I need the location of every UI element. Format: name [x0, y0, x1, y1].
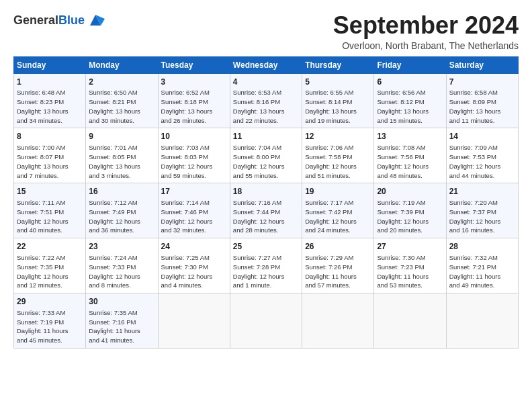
table-row: 15Sunrise: 7:11 AM Sunset: 7:51 PM Dayli…	[14, 183, 86, 238]
table-row: 21Sunrise: 7:20 AM Sunset: 7:37 PM Dayli…	[446, 183, 518, 238]
day-info: Sunrise: 7:25 AM Sunset: 7:30 PM Dayligh…	[161, 253, 227, 290]
table-row: 14Sunrise: 7:09 AM Sunset: 7:53 PM Dayli…	[446, 128, 518, 183]
day-number: 10	[161, 131, 227, 142]
day-number: 16	[89, 186, 154, 197]
table-row: 9Sunrise: 7:01 AM Sunset: 8:05 PM Daylig…	[86, 128, 158, 183]
day-number: 3	[161, 77, 227, 88]
day-number: 26	[305, 241, 371, 253]
day-number: 27	[377, 241, 443, 253]
day-number: 19	[305, 186, 371, 197]
day-info: Sunrise: 7:03 AM Sunset: 8:03 PM Dayligh…	[161, 143, 227, 180]
calendar-week-2: 8Sunrise: 7:00 AM Sunset: 8:07 PM Daylig…	[14, 128, 519, 183]
col-monday: Monday	[86, 56, 158, 73]
day-number: 30	[89, 296, 154, 308]
table-row: 5Sunrise: 6:55 AM Sunset: 8:14 PM Daylig…	[302, 73, 374, 128]
day-info: Sunrise: 7:12 AM Sunset: 7:49 PM Dayligh…	[89, 198, 154, 235]
month-title: September 2024	[333, 12, 519, 39]
day-number: 9	[89, 131, 154, 142]
logo-text: GeneralBlue	[13, 14, 85, 28]
day-number: 14	[449, 131, 515, 142]
title-block: September 2024 Overloon, North Brabant, …	[333, 12, 519, 51]
table-row: 28Sunrise: 7:32 AM Sunset: 7:21 PM Dayli…	[446, 238, 518, 293]
table-row: 17Sunrise: 7:14 AM Sunset: 7:46 PM Dayli…	[158, 183, 230, 238]
calendar-week-5: 29Sunrise: 7:33 AM Sunset: 7:19 PM Dayli…	[14, 293, 519, 349]
table-row: 2Sunrise: 6:50 AM Sunset: 8:21 PM Daylig…	[86, 73, 158, 128]
day-number: 25	[233, 241, 299, 253]
day-number: 28	[449, 241, 515, 253]
day-info: Sunrise: 7:16 AM Sunset: 7:44 PM Dayligh…	[233, 198, 299, 235]
calendar-table: Sunday Monday Tuesday Wednesday Thursday…	[13, 56, 519, 349]
table-row: 13Sunrise: 7:08 AM Sunset: 7:56 PM Dayli…	[374, 128, 446, 183]
table-row: 6Sunrise: 6:56 AM Sunset: 8:12 PM Daylig…	[374, 73, 446, 128]
table-row: 29Sunrise: 7:33 AM Sunset: 7:19 PM Dayli…	[14, 293, 86, 349]
calendar-header-row: Sunday Monday Tuesday Wednesday Thursday…	[14, 56, 519, 73]
day-number: 7	[449, 77, 515, 88]
day-info: Sunrise: 6:48 AM Sunset: 8:23 PM Dayligh…	[17, 88, 83, 125]
day-number: 21	[449, 186, 515, 197]
day-number: 11	[233, 131, 299, 142]
col-thursday: Thursday	[302, 56, 374, 73]
day-info: Sunrise: 6:56 AM Sunset: 8:12 PM Dayligh…	[377, 88, 443, 125]
table-row: 8Sunrise: 7:00 AM Sunset: 8:07 PM Daylig…	[14, 128, 86, 183]
day-info: Sunrise: 7:08 AM Sunset: 7:56 PM Dayligh…	[377, 143, 443, 180]
day-info: Sunrise: 7:11 AM Sunset: 7:51 PM Dayligh…	[17, 198, 83, 235]
day-info: Sunrise: 6:52 AM Sunset: 8:18 PM Dayligh…	[161, 88, 227, 125]
day-info: Sunrise: 7:24 AM Sunset: 7:33 PM Dayligh…	[89, 253, 154, 290]
day-number: 17	[161, 186, 227, 197]
day-number: 23	[89, 241, 154, 253]
day-info: Sunrise: 6:53 AM Sunset: 8:16 PM Dayligh…	[233, 88, 299, 125]
day-info: Sunrise: 7:01 AM Sunset: 8:05 PM Dayligh…	[89, 143, 154, 180]
table-row: 7Sunrise: 6:58 AM Sunset: 8:09 PM Daylig…	[446, 73, 518, 128]
day-info: Sunrise: 6:50 AM Sunset: 8:21 PM Dayligh…	[89, 88, 154, 125]
table-row	[446, 293, 518, 349]
day-info: Sunrise: 7:14 AM Sunset: 7:46 PM Dayligh…	[161, 198, 227, 235]
table-row	[158, 293, 230, 349]
col-tuesday: Tuesday	[158, 56, 230, 73]
day-number: 13	[377, 131, 443, 142]
day-info: Sunrise: 7:35 AM Sunset: 7:16 PM Dayligh…	[89, 308, 154, 345]
table-row: 3Sunrise: 6:52 AM Sunset: 8:18 PM Daylig…	[158, 73, 230, 128]
day-number: 2	[89, 77, 154, 88]
day-info: Sunrise: 7:30 AM Sunset: 7:23 PM Dayligh…	[377, 253, 443, 290]
calendar-week-3: 15Sunrise: 7:11 AM Sunset: 7:51 PM Dayli…	[14, 183, 519, 238]
day-info: Sunrise: 6:58 AM Sunset: 8:09 PM Dayligh…	[449, 88, 515, 125]
table-row: 30Sunrise: 7:35 AM Sunset: 7:16 PM Dayli…	[86, 293, 158, 349]
table-row: 19Sunrise: 7:17 AM Sunset: 7:42 PM Dayli…	[302, 183, 374, 238]
day-info: Sunrise: 7:29 AM Sunset: 7:26 PM Dayligh…	[305, 253, 371, 290]
day-info: Sunrise: 7:22 AM Sunset: 7:35 PM Dayligh…	[17, 253, 83, 290]
day-number: 22	[17, 241, 83, 253]
day-number: 8	[17, 131, 83, 142]
day-info: Sunrise: 7:06 AM Sunset: 7:58 PM Dayligh…	[305, 143, 371, 180]
day-number: 1	[17, 77, 83, 88]
table-row: 12Sunrise: 7:06 AM Sunset: 7:58 PM Dayli…	[302, 128, 374, 183]
table-row: 4Sunrise: 6:53 AM Sunset: 8:16 PM Daylig…	[230, 73, 302, 128]
day-info: Sunrise: 7:09 AM Sunset: 7:53 PM Dayligh…	[449, 143, 515, 180]
day-info: Sunrise: 7:32 AM Sunset: 7:21 PM Dayligh…	[449, 253, 515, 290]
table-row	[302, 293, 374, 349]
table-row: 16Sunrise: 7:12 AM Sunset: 7:49 PM Dayli…	[86, 183, 158, 238]
table-row	[230, 293, 302, 349]
day-number: 6	[377, 77, 443, 88]
calendar-week-1: 1Sunrise: 6:48 AM Sunset: 8:23 PM Daylig…	[14, 73, 519, 128]
table-row: 27Sunrise: 7:30 AM Sunset: 7:23 PM Dayli…	[374, 238, 446, 293]
table-row: 22Sunrise: 7:22 AM Sunset: 7:35 PM Dayli…	[14, 238, 86, 293]
table-row: 18Sunrise: 7:16 AM Sunset: 7:44 PM Dayli…	[230, 183, 302, 238]
table-row: 24Sunrise: 7:25 AM Sunset: 7:30 PM Dayli…	[158, 238, 230, 293]
col-sunday: Sunday	[14, 56, 86, 73]
table-row: 25Sunrise: 7:27 AM Sunset: 7:28 PM Dayli…	[230, 238, 302, 293]
day-number: 4	[233, 77, 299, 88]
table-row	[374, 293, 446, 349]
location-subtitle: Overloon, North Brabant, The Netherlands	[333, 40, 519, 51]
day-number: 20	[377, 186, 443, 197]
day-info: Sunrise: 7:17 AM Sunset: 7:42 PM Dayligh…	[305, 198, 371, 235]
col-wednesday: Wednesday	[230, 56, 302, 73]
logo: GeneralBlue	[13, 12, 105, 30]
day-info: Sunrise: 7:33 AM Sunset: 7:19 PM Dayligh…	[17, 308, 83, 345]
logo-icon	[86, 12, 105, 30]
day-number: 29	[17, 296, 83, 308]
day-info: Sunrise: 7:19 AM Sunset: 7:39 PM Dayligh…	[377, 198, 443, 235]
day-number: 5	[305, 77, 371, 88]
col-friday: Friday	[374, 56, 446, 73]
day-info: Sunrise: 7:20 AM Sunset: 7:37 PM Dayligh…	[449, 198, 515, 235]
table-row: 23Sunrise: 7:24 AM Sunset: 7:33 PM Dayli…	[86, 238, 158, 293]
